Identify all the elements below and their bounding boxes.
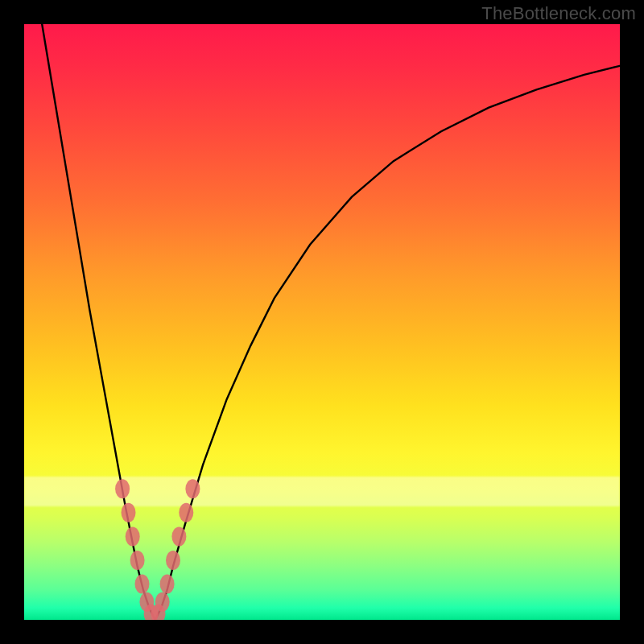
data-dot [160,575,175,594]
data-dot [179,503,193,522]
data-dot [126,526,140,546]
watermark-text: TheBottleneck.com [481,3,636,24]
data-dots [115,479,200,620]
data-dot [135,575,150,594]
data-dot [115,479,130,498]
data-dot [171,526,186,546]
data-dot [130,551,145,570]
plot-area [24,24,620,620]
data-dot [155,592,170,612]
data-dot [166,551,180,570]
data-dot [185,479,200,498]
chart-frame: TheBottleneck.com [0,0,644,644]
curve-layer [24,24,620,620]
data-dot [122,503,136,522]
